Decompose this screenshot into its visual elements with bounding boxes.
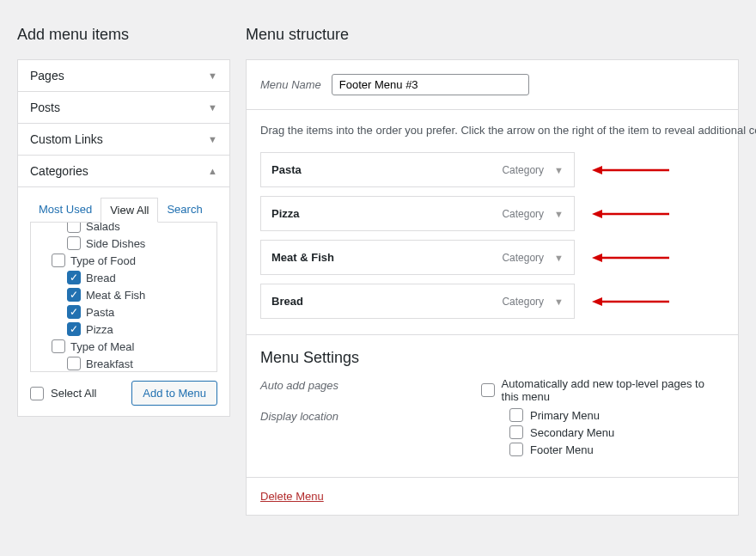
list-item[interactable]: Breakfast — [36, 355, 211, 372]
menu-item[interactable]: Bread Category▼ — [260, 284, 575, 319]
delete-menu-link[interactable]: Delete Menu — [260, 490, 324, 503]
auto-add-checkbox[interactable] — [481, 383, 495, 397]
menu-item-type: Category — [502, 296, 544, 308]
secondary-menu-checkbox[interactable] — [509, 425, 523, 439]
tab-view-all[interactable]: View All — [101, 198, 158, 223]
drag-instruction: Drag the items into the order you prefer… — [260, 124, 724, 137]
menu-name-label: Menu Name — [260, 78, 321, 91]
checkbox-checked-icon[interactable]: ✓ — [67, 288, 81, 302]
list-item[interactable]: Type of Meal — [36, 338, 211, 355]
chevron-down-icon[interactable]: ▼ — [554, 209, 564, 219]
accordion-pages[interactable]: Pages ▼ — [17, 59, 230, 92]
display-location-label: Display location — [260, 408, 509, 456]
menu-item[interactable]: Meat & Fish Category▼ — [260, 240, 575, 275]
menu-item[interactable]: Pizza Category▼ — [260, 196, 575, 231]
item-label: Breakfast — [86, 357, 133, 370]
secondary-menu-label: Secondary Menu — [530, 426, 614, 439]
accordion-custom-links[interactable]: Custom Links ▼ — [17, 123, 230, 156]
auto-add-option-label: Automatically add new top-level pages to… — [502, 377, 724, 403]
auto-add-pages-label: Auto add pages — [260, 377, 481, 403]
chevron-down-icon[interactable]: ▼ — [554, 296, 564, 307]
category-list[interactable]: Salads Side Dishes Type of Food ✓ Br — [30, 222, 217, 372]
add-menu-items-heading: Add menu items — [17, 26, 230, 44]
chevron-down-icon: ▼ — [208, 102, 217, 113]
item-label: Type of Meal — [70, 340, 134, 353]
list-item[interactable]: Salads — [36, 222, 211, 235]
item-label: Meat & Fish — [86, 289, 145, 302]
list-item[interactable]: ✓ Pasta — [36, 303, 211, 321]
checkbox-checked-icon[interactable]: ✓ — [67, 271, 81, 284]
accordion-categories[interactable]: Categories ▲ Most Used View All Search S… — [17, 155, 230, 417]
arrow-left-icon — [592, 209, 669, 219]
arrow-left-icon — [592, 253, 669, 263]
item-label: Pasta — [86, 306, 114, 319]
svg-marker-5 — [592, 254, 602, 262]
item-label: Bread — [86, 272, 116, 284]
svg-marker-1 — [592, 166, 602, 174]
list-item[interactable]: Side Dishes — [36, 235, 211, 252]
chevron-down-icon: ▼ — [208, 70, 217, 81]
menu-item-title: Pizza — [271, 207, 300, 220]
menu-item-title: Meat & Fish — [271, 251, 334, 264]
primary-menu-checkbox[interactable] — [509, 408, 523, 422]
footer-menu-label: Footer Menu — [530, 443, 594, 456]
checkbox-icon[interactable] — [52, 254, 65, 267]
list-item[interactable]: ✓ Bread — [36, 269, 211, 286]
menu-item-type: Category — [502, 252, 544, 264]
tab-search[interactable]: Search — [158, 198, 210, 223]
checkbox-icon[interactable] — [67, 236, 81, 250]
menu-item[interactable]: Pasta Category▼ — [260, 152, 575, 187]
arrow-left-icon — [592, 296, 669, 307]
select-all-checkbox[interactable] — [30, 387, 44, 400]
checkbox-icon[interactable] — [67, 357, 81, 370]
item-label: Pizza — [86, 323, 113, 336]
checkbox-icon[interactable] — [52, 339, 65, 353]
item-label: Side Dishes — [86, 237, 145, 250]
footer-menu-checkbox[interactable] — [509, 443, 523, 456]
menu-item-type: Category — [502, 208, 544, 220]
list-item[interactable]: ✓ Meat & Fish — [36, 286, 211, 303]
chevron-down-icon[interactable]: ▼ — [554, 253, 564, 263]
select-all-label: Select All — [51, 387, 96, 400]
menu-settings-heading: Menu Settings — [260, 349, 724, 367]
accordion-posts[interactable]: Posts ▼ — [17, 91, 230, 124]
checkbox-checked-icon[interactable]: ✓ — [67, 305, 81, 319]
accordion-label: Posts — [30, 101, 60, 114]
chevron-down-icon: ▼ — [208, 134, 217, 144]
tab-most-used[interactable]: Most Used — [30, 198, 101, 223]
arrow-left-icon — [592, 165, 669, 175]
list-item[interactable]: Type of Food — [36, 252, 211, 269]
item-label: Salads — [86, 222, 120, 233]
primary-menu-label: Primary Menu — [530, 409, 600, 422]
menu-name-input[interactable] — [332, 74, 529, 95]
svg-marker-7 — [592, 297, 602, 306]
svg-marker-3 — [592, 210, 602, 218]
menu-item-title: Bread — [271, 295, 303, 308]
checkbox-icon[interactable] — [67, 222, 81, 233]
menu-structure-heading: Menu structure — [246, 26, 739, 44]
add-to-menu-button[interactable]: Add to Menu — [131, 381, 217, 406]
menu-item-title: Pasta — [271, 163, 302, 176]
list-item[interactable]: ✓ Pizza — [36, 321, 211, 338]
menu-item-type: Category — [502, 164, 544, 176]
accordion-label: Categories — [30, 164, 88, 178]
chevron-down-icon[interactable]: ▼ — [554, 165, 564, 175]
chevron-up-icon: ▲ — [208, 166, 217, 176]
accordion-label: Custom Links — [30, 132, 103, 146]
item-label: Type of Food — [70, 254, 136, 267]
checkbox-checked-icon[interactable]: ✓ — [67, 322, 81, 336]
accordion-label: Pages — [30, 69, 64, 82]
